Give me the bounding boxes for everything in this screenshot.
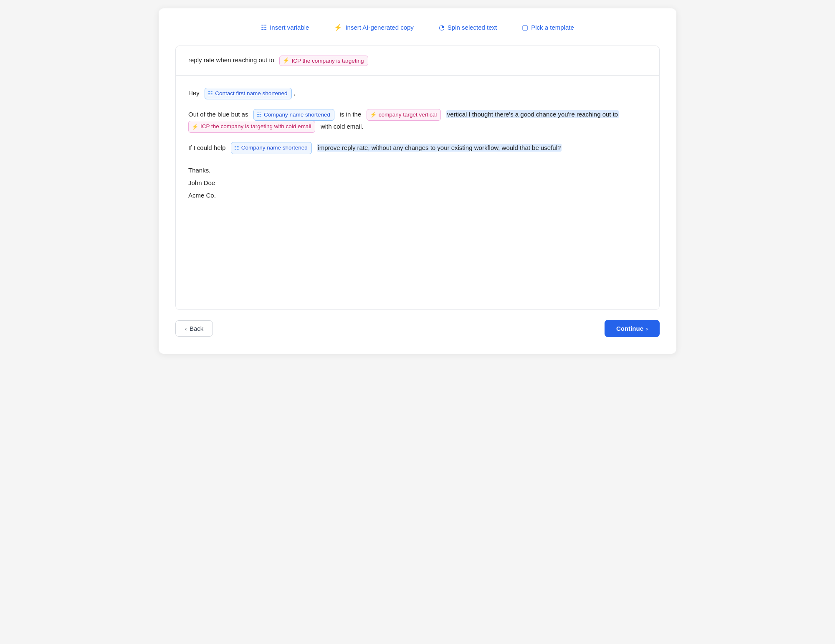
icp-cold-email-pill[interactable]: ⚡ ICP the company is targeting with cold… [188, 121, 315, 132]
sender-name: John Doe [188, 177, 647, 189]
spin-label: Spin selected text [448, 24, 497, 31]
toolbar: ☷ Insert variable ⚡ Insert AI-generated … [175, 21, 660, 34]
continue-button[interactable]: Continue › [605, 320, 660, 337]
icp-pill-intro-label: ICP the company is targeting [291, 56, 364, 66]
insert-ai-icon: ⚡ [334, 23, 342, 31]
pick-template-button[interactable]: ▢ Pick a template [518, 21, 578, 34]
main-content-area: reply rate when reaching out to ⚡ ICP th… [175, 46, 660, 310]
para1-text-end: with cold email. [321, 123, 364, 130]
para2-text-after: improve reply rate, without any changes … [318, 144, 561, 151]
pick-template-icon: ▢ [522, 23, 528, 31]
ai-icon-vertical: ⚡ [370, 110, 377, 119]
paragraph-2: If I could help ☷ Company name shortened… [188, 142, 647, 154]
vertical-pill-label: company target vertical [379, 110, 437, 120]
company-pill-1[interactable]: ☷ Company name shortened [253, 109, 334, 121]
greeting-paragraph: Hey ☷ Contact first name shortened , [188, 87, 647, 99]
variable-icon-3: ☷ [234, 143, 239, 153]
page-container: ☷ Insert variable ⚡ Insert AI-generated … [159, 8, 676, 354]
insert-variable-button[interactable]: ☷ Insert variable [257, 21, 313, 34]
insert-ai-button[interactable]: ⚡ Insert AI-generated copy [330, 21, 418, 34]
back-button[interactable]: ‹ Back [175, 320, 213, 337]
thanks-text: Thanks, [188, 164, 647, 177]
signature: Thanks, John Doe Acme Co. [188, 164, 647, 202]
back-label: Back [190, 325, 203, 332]
greeting-comma: , [294, 89, 295, 96]
company-pill-2-label: Company name shortened [241, 143, 308, 153]
intro-text: reply rate when reaching out to [188, 56, 274, 63]
company-pill-2[interactable]: ☷ Company name shortened [231, 142, 312, 154]
pick-template-label: Pick a template [531, 24, 574, 31]
spin-icon: ◔ [439, 23, 445, 31]
para1-text-mid: is in the [340, 111, 362, 118]
insert-ai-label: Insert AI-generated copy [345, 24, 413, 31]
para1-text-before: Out of the blue but as [188, 111, 248, 118]
sender-company: Acme Co. [188, 189, 647, 202]
highlighted-text-1: vertical I thought there's a good chance… [446, 110, 619, 118]
highlighted-text-2: improve reply rate, without any changes … [317, 144, 562, 152]
contact-firstname-pill[interactable]: ☷ Contact first name shortened [205, 88, 291, 99]
icp-cold-email-label: ICP the company is targeting with cold e… [200, 122, 311, 132]
variable-icon-1: ☷ [208, 89, 213, 98]
ai-icon-intro: ⚡ [283, 56, 289, 65]
variable-icon-2: ☷ [257, 110, 262, 119]
insert-variable-label: Insert variable [270, 24, 309, 31]
continue-label: Continue [616, 325, 643, 332]
vertical-pill[interactable]: ⚡ company target vertical [367, 109, 441, 121]
paragraph-1: Out of the blue but as ☷ Company name sh… [188, 109, 647, 133]
company-pill-1-label: Company name shortened [264, 110, 330, 120]
bottom-navigation: ‹ Back Continue › [175, 320, 660, 337]
back-arrow-icon: ‹ [185, 325, 187, 332]
intro-line: reply rate when reaching out to ⚡ ICP th… [176, 46, 659, 76]
insert-variable-icon: ☷ [261, 23, 267, 31]
icp-pill-intro[interactable]: ⚡ ICP the company is targeting [279, 56, 368, 66]
spin-text-button[interactable]: ◔ Spin selected text [435, 21, 501, 34]
greeting-text: Hey [188, 89, 200, 96]
para2-text-before: If I could help [188, 144, 225, 151]
continue-arrow-icon: › [646, 325, 648, 332]
email-body[interactable]: Hey ☷ Contact first name shortened , Out… [176, 76, 659, 309]
ai-icon-icp: ⚡ [192, 122, 198, 132]
contact-pill-label: Contact first name shortened [215, 89, 287, 99]
